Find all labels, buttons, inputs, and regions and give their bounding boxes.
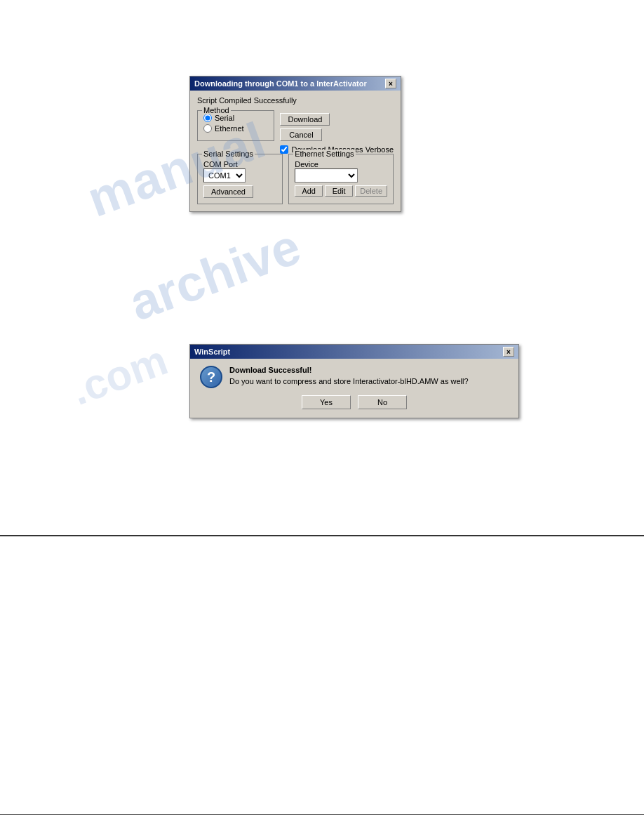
add-button[interactable]: Add: [295, 185, 323, 197]
device-select-row: [295, 168, 387, 183]
com-port-label-row: COM Port: [203, 160, 276, 168]
left-col: Method Serial Ethernet: [197, 110, 274, 145]
device-label: Device: [295, 160, 318, 168]
verbose-checkbox[interactable]: [280, 145, 288, 154]
serial-settings-label: Serial Settings: [202, 150, 255, 158]
device-select[interactable]: [295, 168, 358, 183]
method-group: Method Serial Ethernet: [197, 110, 274, 141]
com-port-select[interactable]: COM1 COM2 COM3 COM4: [203, 168, 246, 183]
com-port-select-row: COM1 COM2 COM3 COM4: [203, 168, 276, 183]
ethernet-label: Ethernet: [215, 124, 244, 133]
watermark-line2: archive: [122, 217, 308, 331]
dialog1-close-button[interactable]: ×: [385, 79, 396, 88]
dialog2-buttons-row: Yes No: [200, 395, 509, 409]
serial-settings-group: Serial Settings COM Port COM1 COM2 COM3 …: [197, 154, 283, 204]
winscript-dialog: WinScript × ? Download Successful! Do yo…: [189, 344, 519, 418]
ethernet-settings-label: Ethernet Settings: [293, 150, 355, 158]
delete-button[interactable]: Delete: [355, 185, 387, 197]
right-col: Download Cancel Download Messages Verbos…: [280, 110, 394, 154]
dialog1-body: Script Compiled Successfully Method Seri…: [190, 91, 401, 211]
serial-radio-row: Serial: [203, 114, 268, 122]
settings-row: Serial Settings COM Port COM1 COM2 COM3 …: [197, 154, 394, 204]
serial-label: Serial: [215, 114, 234, 122]
download-dialog: Downloading through COM1 to a InterActiv…: [189, 76, 401, 212]
dialog2-title: WinScript: [194, 348, 230, 356]
cancel-button[interactable]: Cancel: [280, 128, 322, 141]
status-text: Script Compiled Successfully: [197, 96, 394, 105]
dialog2-body: ? Download Successful! Do you want to co…: [190, 359, 518, 418]
divider-bottom: [0, 814, 644, 815]
divider-top: [0, 535, 644, 536]
dialog2-title-text: Download Successful!: [229, 366, 509, 374]
serial-radio[interactable]: [203, 114, 212, 122]
device-label-row: Device: [295, 160, 387, 168]
com-port-label: COM Port: [203, 160, 238, 168]
ethernet-buttons-row: Add Edit Delete: [295, 185, 387, 197]
question-icon: ?: [200, 366, 222, 388]
dialog2-message-area: Download Successful! Do you want to comp…: [229, 366, 509, 385]
no-button[interactable]: No: [358, 395, 407, 409]
dialog1-title: Downloading through COM1 to a InterActiv…: [194, 79, 367, 88]
yes-button[interactable]: Yes: [302, 395, 351, 409]
advanced-button[interactable]: Advanced: [203, 185, 253, 198]
dialog2-titlebar: WinScript ×: [190, 345, 518, 359]
dialog2-content: ? Download Successful! Do you want to co…: [200, 366, 509, 388]
watermark-line3: .com: [65, 336, 173, 415]
method-group-label: Method: [202, 106, 231, 114]
download-button[interactable]: Download: [280, 113, 330, 126]
dialog2-sub-text: Do you want to compress and store Intera…: [229, 377, 509, 385]
edit-button[interactable]: Edit: [325, 185, 353, 197]
ethernet-radio[interactable]: [203, 124, 212, 133]
dialog1-titlebar: Downloading through COM1 to a InterActiv…: [190, 77, 401, 91]
ethernet-radio-row: Ethernet: [203, 124, 268, 133]
main-content-row: Method Serial Ethernet Download Cancel: [197, 110, 394, 154]
ethernet-settings-group: Ethernet Settings Device Add Edit Delete: [288, 154, 394, 204]
dialog2-close-button[interactable]: ×: [503, 347, 514, 357]
